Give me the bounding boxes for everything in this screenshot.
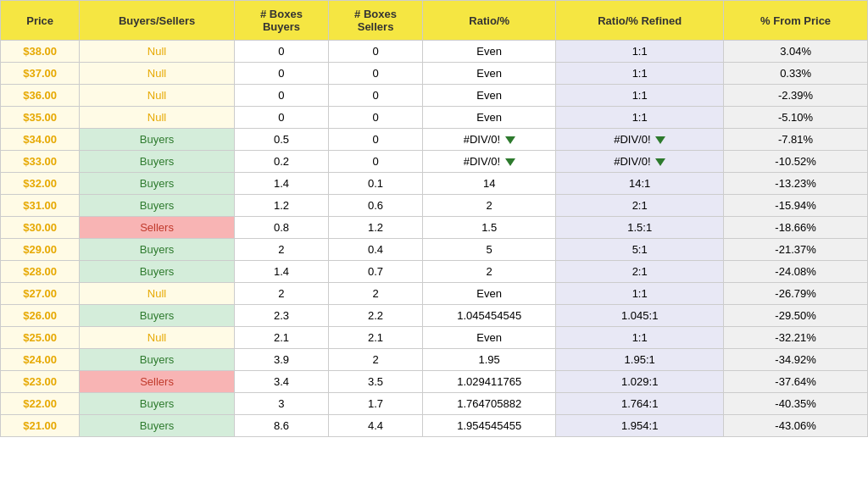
box-buyers-cell: 0.5 xyxy=(234,129,328,151)
ratio-cell: 14 xyxy=(423,173,556,195)
price-cell: $29.00 xyxy=(1,239,80,261)
table-row: $36.00Null00Even1:1-2.39% xyxy=(1,85,868,107)
price-cell: $28.00 xyxy=(1,261,80,283)
triangle-icon xyxy=(505,136,515,144)
table-row: $32.00Buyers1.40.11414:1-13.23% xyxy=(1,173,868,195)
price-cell: $27.00 xyxy=(1,283,80,305)
ratio-cell: 1.954545455 xyxy=(423,415,556,437)
from-price-cell: -2.39% xyxy=(724,85,868,107)
box-buyers-cell: 2 xyxy=(234,239,328,261)
table-row: $33.00Buyers0.20#DIV/0! #DIV/0! -10.52% xyxy=(1,151,868,173)
box-buyers-cell: 1.2 xyxy=(234,195,328,217)
triangle-icon xyxy=(505,158,515,166)
box-buyers-cell: 0.8 xyxy=(234,217,328,239)
ratio-cell: 5 xyxy=(423,239,556,261)
table-row: $34.00Buyers0.50#DIV/0! #DIV/0! -7.81% xyxy=(1,129,868,151)
ratio-refined-cell: 1:1 xyxy=(556,63,724,85)
ratio-refined-cell: 14:1 xyxy=(556,173,724,195)
ratio-cell: 2 xyxy=(423,261,556,283)
buyers-sellers-cell: Null xyxy=(80,41,235,63)
box-sellers-cell: 0.6 xyxy=(329,195,423,217)
price-cell: $30.00 xyxy=(1,217,80,239)
ratio-cell: 1.045454545 xyxy=(423,305,556,327)
ratio-refined-cell: 1.5:1 xyxy=(556,217,724,239)
box-buyers-cell: 3.9 xyxy=(234,349,328,371)
price-cell: $34.00 xyxy=(1,129,80,151)
buyers-sellers-cell: Buyers xyxy=(80,129,235,151)
ratio-refined-cell: 1.95:1 xyxy=(556,349,724,371)
ratio-refined-cell: 1:1 xyxy=(556,41,724,63)
col-header-2: # BoxesBuyers xyxy=(234,1,328,41)
ratio-refined-cell: 5:1 xyxy=(556,239,724,261)
col-header-3: # BoxesSellers xyxy=(329,1,423,41)
price-cell: $24.00 xyxy=(1,349,80,371)
box-sellers-cell: 4.4 xyxy=(329,415,423,437)
price-cell: $23.00 xyxy=(1,371,80,393)
buyers-sellers-cell: Sellers xyxy=(80,217,235,239)
box-buyers-cell: 3 xyxy=(234,393,328,415)
box-sellers-cell: 0.4 xyxy=(329,239,423,261)
buyers-sellers-cell: Null xyxy=(80,327,235,349)
box-sellers-cell: 0 xyxy=(329,41,423,63)
table-row: $29.00Buyers20.455:1-21.37% xyxy=(1,239,868,261)
ratio-cell: 2 xyxy=(423,195,556,217)
ratio-refined-cell: 2:1 xyxy=(556,195,724,217)
box-buyers-cell: 2.3 xyxy=(234,305,328,327)
price-cell: $21.00 xyxy=(1,415,80,437)
ratio-cell: #DIV/0! xyxy=(423,151,556,173)
buyers-sellers-cell: Buyers xyxy=(80,151,235,173)
triangle-refined-icon xyxy=(655,136,665,144)
ratio-cell: Even xyxy=(423,107,556,129)
table-row: $21.00Buyers8.64.41.9545454551.954:1-43.… xyxy=(1,415,868,437)
from-price-cell: -15.94% xyxy=(724,195,868,217)
ratio-refined-cell: #DIV/0! xyxy=(556,151,724,173)
ratio-refined-cell: 1:1 xyxy=(556,327,724,349)
table-row: $24.00Buyers3.921.951.95:1-34.92% xyxy=(1,349,868,371)
box-buyers-cell: 3.4 xyxy=(234,371,328,393)
box-sellers-cell: 2 xyxy=(329,349,423,371)
price-cell: $31.00 xyxy=(1,195,80,217)
box-sellers-cell: 2 xyxy=(329,283,423,305)
table-row: $26.00Buyers2.32.21.0454545451.045:1-29.… xyxy=(1,305,868,327)
box-sellers-cell: 3.5 xyxy=(329,371,423,393)
box-sellers-cell: 0 xyxy=(329,107,423,129)
ratio-refined-cell: 1:1 xyxy=(556,85,724,107)
from-price-cell: -13.23% xyxy=(724,173,868,195)
triangle-refined-icon xyxy=(655,158,665,166)
box-sellers-cell: 2.2 xyxy=(329,305,423,327)
table-row: $22.00Buyers31.71.7647058821.764:1-40.35… xyxy=(1,393,868,415)
box-sellers-cell: 0 xyxy=(329,129,423,151)
ratio-refined-cell: 1.029:1 xyxy=(556,371,724,393)
ratio-refined-cell: 2:1 xyxy=(556,261,724,283)
table-row: $23.00Sellers3.43.51.0294117651.029:1-37… xyxy=(1,371,868,393)
from-price-cell: -34.92% xyxy=(724,349,868,371)
from-price-cell: 0.33% xyxy=(724,63,868,85)
table-row: $27.00Null22Even1:1-26.79% xyxy=(1,283,868,305)
ratio-cell: Even xyxy=(423,327,556,349)
from-price-cell: -24.08% xyxy=(724,261,868,283)
box-buyers-cell: 1.4 xyxy=(234,173,328,195)
box-buyers-cell: 0 xyxy=(234,63,328,85)
ratio-refined-cell: #DIV/0! xyxy=(556,129,724,151)
col-header-1: Buyers/Sellers xyxy=(80,1,235,41)
table-row: $28.00Buyers1.40.722:1-24.08% xyxy=(1,261,868,283)
price-cell: $35.00 xyxy=(1,107,80,129)
buyers-sellers-cell: Buyers xyxy=(80,349,235,371)
col-header-5: Ratio/% Refined xyxy=(556,1,724,41)
buyers-sellers-cell: Sellers xyxy=(80,371,235,393)
buyers-sellers-cell: Buyers xyxy=(80,305,235,327)
box-sellers-cell: 0 xyxy=(329,85,423,107)
ratio-refined-cell: 1:1 xyxy=(556,283,724,305)
from-price-cell: -26.79% xyxy=(724,283,868,305)
price-cell: $33.00 xyxy=(1,151,80,173)
buyers-sellers-cell: Buyers xyxy=(80,261,235,283)
price-cell: $36.00 xyxy=(1,85,80,107)
box-sellers-cell: 1.2 xyxy=(329,217,423,239)
box-sellers-cell: 0.7 xyxy=(329,261,423,283)
table-row: $38.00Null00Even1:13.04% xyxy=(1,41,868,63)
from-price-cell: -29.50% xyxy=(724,305,868,327)
from-price-cell: -18.66% xyxy=(724,217,868,239)
table-row: $37.00Null00Even1:10.33% xyxy=(1,63,868,85)
ratio-cell: #DIV/0! xyxy=(423,129,556,151)
from-price-cell: -43.06% xyxy=(724,415,868,437)
